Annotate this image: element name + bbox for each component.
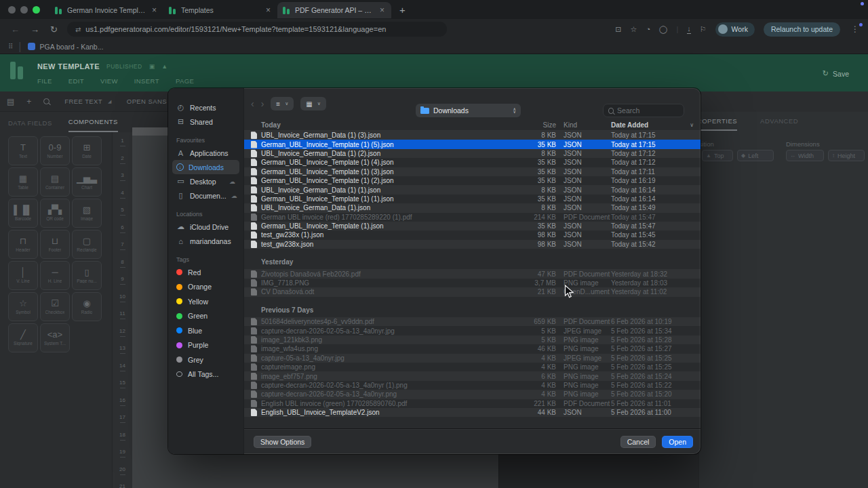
component-card[interactable]: ⊞ Date — [72, 136, 102, 165]
sidebar-tag-item[interactable]: Grey — [172, 352, 239, 367]
file-row[interactable]: capture-decran-2026-02-05-a-13_4a0nyr.pn… — [244, 390, 701, 399]
sidebar-tag-item[interactable]: Blue — [172, 323, 239, 338]
move-icon[interactable]: + — [26, 97, 31, 106]
tab-advanced[interactable]: ADVANCED — [760, 117, 798, 131]
browser-tab[interactable]: Templates × — [163, 2, 277, 18]
forward-icon[interactable]: → — [31, 24, 39, 35]
back-icon[interactable]: ← — [11, 24, 20, 35]
grid-view-button[interactable]: ▦ ∨ — [300, 97, 326, 110]
file-row[interactable]: capture-decran-2026-02-05-a-13_4a0nyr (1… — [244, 381, 701, 390]
position-left-field[interactable]: ◆ — [737, 150, 774, 161]
file-row[interactable]: German_UBL_Invoice_Template (1) (2).json… — [244, 176, 701, 185]
file-row[interactable]: Životopis Današová Feb2026.pdf 47 KB PDF… — [244, 269, 701, 278]
file-row[interactable]: capture-decran-2026-02-05-a-13_4a0nyr.jp… — [244, 326, 701, 335]
sidebar-tag-item[interactable]: Purple — [172, 338, 239, 353]
save-button[interactable]: ↻ Save — [823, 69, 849, 78]
file-row[interactable]: German_UBL_Invoice_Template (1).json 35 … — [244, 222, 701, 230]
tab-components[interactable]: COMPONENTS — [68, 118, 118, 132]
flag-icon[interactable]: ⚐ — [700, 25, 707, 34]
sidebar-tag-item[interactable]: Green — [172, 309, 239, 324]
editor-menu-item[interactable]: View — [100, 77, 118, 85]
component-card[interactable]: ▁▅▃ Chart — [72, 167, 102, 197]
extension-icon[interactable]: ◯ — [659, 25, 667, 34]
component-card[interactable]: ▦ Table — [8, 167, 38, 197]
file-row[interactable]: German UBL invoice (red) 1770285289220 (… — [244, 213, 701, 222]
component-card[interactable]: T Text — [8, 136, 38, 165]
editor-menu-item[interactable]: Page — [176, 77, 194, 85]
file-row[interactable]: German_UBL_Invoice_Template (1) (3).json… — [244, 167, 701, 176]
file-row[interactable]: UBL_Invoice_German_Data (1) (1).json 8 K… — [244, 185, 701, 194]
file-row[interactable]: German_UBL_Invoice_Template (1) (1).json… — [244, 195, 701, 203]
component-card[interactable]: ▌▐▌ Barcode — [8, 199, 38, 228]
component-card[interactable]: ⊓ Header — [8, 230, 38, 259]
sidebar-item[interactable]: ◴ Recents — [172, 100, 239, 115]
site-settings-icon[interactable]: ⇄ — [75, 26, 81, 33]
file-row[interactable]: German_UBL_Invoice_Template (1) (4).json… — [244, 158, 701, 167]
file-row[interactable]: CV Današová.odt 21 KB OpenD...ument Yest… — [244, 287, 701, 296]
component-card[interactable]: ⊔ Footer — [40, 230, 70, 259]
component-card[interactable]: ▢ Rectangle — [72, 230, 102, 259]
location-popup[interactable]: Downloads ∧∨ — [416, 104, 521, 117]
browser-tab[interactable]: PDF Generator API – Most fi × — [277, 2, 391, 18]
file-row[interactable]: captureimage.png 4 KB PNG image 5 Feb 20… — [244, 363, 701, 371]
bookmark-star-icon[interactable]: ☆ — [631, 25, 637, 34]
tab-data-fields[interactable]: DATA FIELDS — [8, 119, 52, 132]
sidebar-item[interactable]: ⌂ mariandanas — [172, 234, 239, 248]
file-row[interactable]: image_121kbk3.png 5 KB PNG image 5 Feb 2… — [244, 336, 701, 344]
sidebar-item[interactable]: A Applications — [172, 146, 239, 160]
sidebar-tag-item[interactable]: Yellow — [172, 294, 239, 309]
tab-close-icon[interactable]: × — [378, 5, 386, 15]
height-field[interactable]: ↕ — [828, 150, 865, 161]
column-date-added[interactable]: Date Added — [611, 121, 690, 129]
back-icon[interactable]: ‹ — [251, 98, 254, 109]
column-kind[interactable]: Kind — [564, 121, 611, 129]
component-card[interactable]: ▤ Container — [40, 167, 70, 197]
search-field[interactable] — [603, 104, 684, 117]
cancel-button[interactable]: Cancel — [620, 436, 656, 448]
search-icon[interactable] — [43, 97, 50, 106]
file-row[interactable]: UBL_Invoice_German_Data (1).json 8 KB JS… — [244, 203, 701, 212]
component-card[interactable]: <a> System T... — [40, 323, 70, 352]
copy-icon[interactable]: ▣ — [149, 63, 155, 70]
file-row[interactable]: test_gw238x.json 98 KB JSON Today at 15:… — [244, 240, 701, 249]
component-card[interactable]: ☑ Checkbox — [40, 292, 70, 321]
file-row[interactable]: Yesterday — [244, 258, 701, 266]
file-row[interactable]: capture-05-a-13_4a0nyr.jpg 4 KB JPEG ima… — [244, 354, 701, 363]
component-card[interactable]: │ V. Line — [8, 261, 38, 290]
component-card[interactable]: ╱ Signature — [8, 323, 38, 352]
file-row[interactable]: image_ebf757.png 6 KB PNG image 5 Feb 20… — [244, 371, 701, 380]
file-row[interactable]: English UBL invoice (green) 177028589076… — [244, 399, 701, 408]
bookmark-item[interactable]: PGA board - Kanb... — [39, 43, 103, 51]
downloads-icon[interactable]: ↓ — [687, 24, 691, 34]
column-size[interactable]: Size — [505, 121, 556, 129]
text-style-dropdown[interactable]: FREE TEXT ◢ — [64, 98, 111, 105]
cast-icon[interactable]: ⊡ — [615, 25, 621, 34]
width-field[interactable]: ↔ — [786, 150, 824, 161]
sidebar-item[interactable]: ↓ Downloads — [172, 160, 239, 174]
address-bar[interactable]: ⇄ us1.pdfgeneratorapi.com/editor/1593121… — [67, 22, 447, 37]
component-card[interactable]: ▯ Page nu... — [72, 261, 102, 290]
browser-menu-icon[interactable]: ⋮ — [849, 24, 861, 34]
editor-menu-item[interactable]: Edit — [68, 77, 84, 85]
close-window-button[interactable] — [8, 6, 16, 14]
position-top-field[interactable]: ▲ — [702, 150, 733, 161]
file-row[interactable]: image_wfa4us.png 46 KB PNG image 5 Feb 2… — [244, 344, 701, 353]
extension-icon[interactable]: ◔ — [646, 25, 650, 33]
file-row[interactable]: English_UBL_Invoice_TemplateV2.json 44 K… — [244, 408, 701, 417]
sidebar-tag-item[interactable]: All Tags... — [172, 367, 239, 382]
sidebar-item[interactable]: ▯ Documen... — [172, 188, 239, 203]
sidebar-item[interactable]: ▭ Desktop — [172, 174, 239, 188]
open-button[interactable]: Open — [662, 436, 693, 448]
file-row[interactable]: Previous 7 Days — [244, 306, 701, 314]
zoom-window-button[interactable] — [33, 6, 40, 14]
file-row[interactable]: UBL_Invoice_German_Data (1) (2).json 8 K… — [244, 149, 701, 158]
file-row[interactable]: German_UBL_Invoice_Template (1) (5).json… — [244, 140, 701, 148]
editor-menu-item[interactable]: Insert — [134, 77, 159, 85]
window-controls[interactable] — [8, 6, 40, 14]
new-tab-button[interactable]: + — [399, 4, 406, 16]
document-icon[interactable]: ▤ — [7, 97, 14, 106]
relaunch-to-update-button[interactable]: Relaunch to update — [764, 22, 840, 37]
file-row[interactable]: UBL_Invoice_German_Data (1) (3).json 8 K… — [244, 131, 701, 140]
minimize-window-button[interactable] — [20, 6, 28, 14]
component-card[interactable]: ▧ Image — [72, 199, 102, 228]
